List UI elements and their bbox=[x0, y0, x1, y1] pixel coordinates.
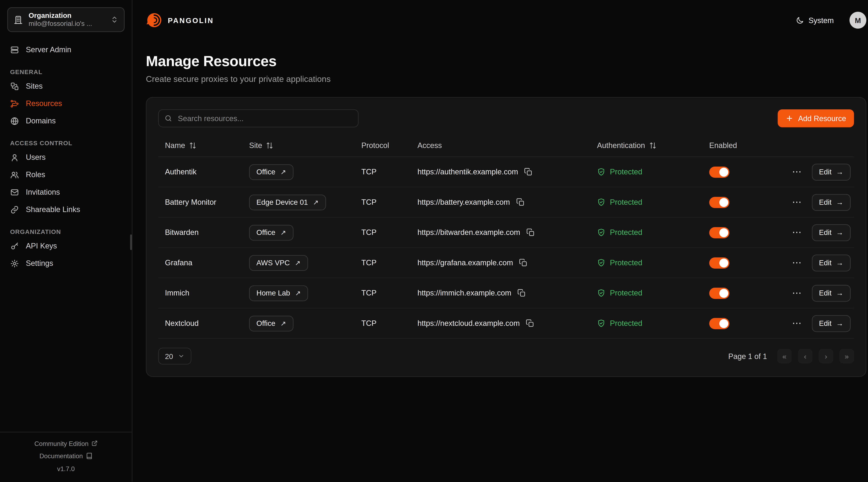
server-icon bbox=[10, 45, 19, 54]
site-link-button[interactable]: Office ↗ bbox=[249, 164, 293, 180]
documentation-link[interactable]: Documentation bbox=[4, 450, 127, 462]
community-edition-link[interactable]: Community Edition bbox=[4, 437, 127, 450]
add-resource-button[interactable]: Add Resource bbox=[778, 109, 854, 127]
sidebar-section-general: GENERAL bbox=[5, 68, 126, 75]
resource-access-url: https://battery.example.com bbox=[417, 198, 510, 206]
resource-table: Name Site Protocol Access Authenticati bbox=[158, 134, 854, 339]
more-actions-button[interactable]: ⋯ bbox=[791, 228, 803, 237]
column-header-authentication[interactable]: Authentication bbox=[590, 141, 702, 150]
enabled-toggle[interactable] bbox=[709, 227, 729, 238]
edit-label: Edit bbox=[819, 289, 832, 297]
mail-icon bbox=[10, 188, 19, 197]
sidebar-item-roles[interactable]: Roles bbox=[5, 166, 126, 183]
sidebar-item-api-keys[interactable]: API Keys bbox=[5, 237, 126, 255]
sidebar-section-access-control: ACCESS CONTROL bbox=[5, 140, 126, 147]
table-row: Bitwarden Office ↗ TCP https://bitwarden… bbox=[158, 218, 854, 248]
sidebar-item-resources[interactable]: Resources bbox=[5, 95, 126, 112]
edit-button[interactable]: Edit → bbox=[812, 194, 850, 211]
resource-access-url: https://grafana.example.com bbox=[417, 259, 513, 267]
site-link-button[interactable]: Office ↗ bbox=[249, 225, 293, 240]
sidebar-item-shareable-links[interactable]: Shareable Links bbox=[5, 201, 126, 218]
enabled-toggle[interactable] bbox=[709, 318, 729, 329]
chevrons-up-down-icon bbox=[111, 15, 118, 24]
copy-icon bbox=[519, 259, 528, 267]
column-label: Name bbox=[165, 141, 185, 150]
page-subtitle: Create secure proxies to your private ap… bbox=[146, 74, 866, 84]
site-link-button[interactable]: Home Lab ↗ bbox=[249, 285, 308, 301]
sidebar-item-invitations[interactable]: Invitations bbox=[5, 183, 126, 201]
external-link-icon: ↗ bbox=[295, 259, 301, 267]
pagination: Page 1 of 1 « ‹ › » bbox=[728, 349, 854, 363]
avatar[interactable]: M bbox=[849, 12, 866, 29]
site-name: Edge Device 01 bbox=[256, 198, 308, 206]
site-link-button[interactable]: AWS VPC ↗ bbox=[249, 255, 308, 270]
copy-url-button[interactable] bbox=[519, 259, 528, 267]
search-input[interactable] bbox=[177, 114, 352, 123]
page-title: Manage Resources bbox=[146, 53, 866, 70]
brand-name: PANGOLIN bbox=[168, 16, 214, 24]
add-resource-label: Add Resource bbox=[798, 114, 846, 123]
copy-url-button[interactable] bbox=[524, 168, 533, 176]
topbar: PANGOLIN System M bbox=[132, 0, 868, 40]
edit-button[interactable]: Edit → bbox=[812, 254, 850, 271]
auth-status: Protected bbox=[610, 228, 642, 236]
enabled-toggle[interactable] bbox=[709, 197, 729, 208]
sidebar-footer: Community Edition Documentation v1.7.0 bbox=[0, 432, 132, 482]
copy-url-button[interactable] bbox=[526, 319, 534, 327]
copy-url-button[interactable] bbox=[516, 198, 524, 206]
site-link-button[interactable]: Edge Device 01 ↗ bbox=[249, 194, 326, 210]
org-picker[interactable]: Organization milo@fossorial.io's ... bbox=[7, 7, 125, 32]
more-actions-button[interactable]: ⋯ bbox=[791, 197, 803, 207]
plus-icon bbox=[786, 114, 794, 122]
sidebar-item-server-admin[interactable]: Server Admin bbox=[5, 41, 126, 58]
resource-name: Battery Monitor bbox=[158, 198, 242, 206]
enabled-toggle[interactable] bbox=[709, 257, 729, 268]
sidebar-item-settings[interactable]: Settings bbox=[5, 255, 126, 272]
sidebar-item-users[interactable]: Users bbox=[5, 149, 126, 166]
column-label: Protocol bbox=[361, 141, 389, 150]
sidebar-item-sites[interactable]: Sites bbox=[5, 77, 126, 95]
column-header-protocol: Protocol bbox=[355, 141, 411, 150]
theme-toggle-button[interactable]: System bbox=[792, 15, 837, 25]
resource-name: Immich bbox=[158, 289, 242, 297]
user-icon bbox=[10, 153, 19, 162]
page-size-select[interactable]: 20 bbox=[158, 348, 191, 364]
external-link-icon: ↗ bbox=[280, 228, 286, 236]
column-header-name[interactable]: Name bbox=[158, 141, 242, 150]
sidebar-item-label: Domains bbox=[26, 117, 56, 125]
version-label: v1.7.0 bbox=[4, 462, 127, 475]
more-actions-button[interactable]: ⋯ bbox=[791, 167, 803, 176]
edit-button[interactable]: Edit → bbox=[812, 163, 850, 180]
copy-icon bbox=[524, 168, 533, 176]
copy-url-button[interactable] bbox=[526, 228, 535, 236]
copy-url-button[interactable] bbox=[518, 289, 526, 297]
first-page-button[interactable]: « bbox=[777, 349, 792, 363]
toggle-knob bbox=[719, 289, 728, 297]
more-actions-button[interactable]: ⋯ bbox=[791, 258, 803, 267]
edit-button[interactable]: Edit → bbox=[812, 285, 850, 301]
page-head: Manage Resources Create secure proxies t… bbox=[132, 40, 868, 84]
site-link-button[interactable]: Office ↗ bbox=[249, 315, 293, 331]
sidebar-item-label: Users bbox=[26, 153, 45, 161]
next-page-button[interactable]: › bbox=[819, 349, 833, 363]
more-actions-button[interactable]: ⋯ bbox=[791, 288, 803, 298]
sidebar-item-domains[interactable]: Domains bbox=[5, 112, 126, 129]
key-icon bbox=[10, 242, 19, 250]
prev-page-button[interactable]: ‹ bbox=[798, 349, 812, 363]
last-page-button[interactable]: » bbox=[839, 349, 854, 363]
edit-label: Edit bbox=[819, 168, 832, 176]
edit-button[interactable]: Edit → bbox=[812, 224, 850, 241]
arrow-right-icon: → bbox=[836, 289, 843, 297]
edit-label: Edit bbox=[819, 228, 832, 236]
edit-button[interactable]: Edit → bbox=[812, 315, 850, 332]
sort-icon bbox=[189, 141, 196, 149]
auth-status: Protected bbox=[610, 198, 642, 206]
arrow-right-icon: → bbox=[836, 228, 843, 236]
enabled-toggle[interactable] bbox=[709, 166, 729, 178]
column-header-site[interactable]: Site bbox=[242, 141, 354, 150]
enabled-toggle[interactable] bbox=[709, 287, 729, 299]
table-row: Nextcloud Office ↗ TCP https://nextcloud… bbox=[158, 309, 854, 339]
sidebar-scrollbar-thumb[interactable] bbox=[130, 234, 132, 250]
resource-protocol: TCP bbox=[355, 319, 411, 327]
more-actions-button[interactable]: ⋯ bbox=[791, 319, 803, 328]
